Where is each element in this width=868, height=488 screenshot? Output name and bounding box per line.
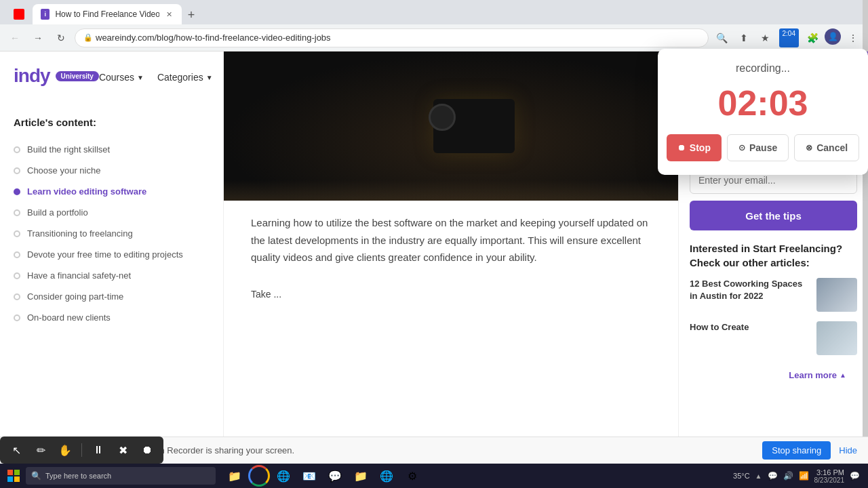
- article-thumb-2: [816, 321, 857, 355]
- svg-rect-0: [7, 470, 13, 475]
- article-thumb-1: [816, 278, 857, 312]
- bullet-icon: [14, 209, 20, 216]
- cancel-recording-button[interactable]: ⊗ Cancel: [794, 134, 859, 161]
- bullet-icon: [14, 167, 20, 174]
- video-content: [224, 52, 678, 201]
- reload-button[interactable]: ↻: [52, 28, 71, 47]
- taskbar-search-bar[interactable]: 🔍 Type here to search: [26, 467, 216, 485]
- article-card-title-2: How to Create: [690, 321, 810, 355]
- nav-courses[interactable]: Courses ▼: [99, 71, 144, 84]
- pause-tool[interactable]: ⏸: [87, 439, 109, 461]
- profile-icon[interactable]: 👤: [825, 28, 841, 45]
- other-articles-title: Interested in Start Freelancing? Check o…: [690, 241, 857, 270]
- bullet-icon: [14, 146, 20, 153]
- share-icon[interactable]: ⬆: [734, 28, 753, 47]
- nav-categories[interactable]: Categories ▼: [157, 71, 213, 84]
- tab-bar: i How to Find Freelance Video Ed... ✕ +: [0, 0, 868, 24]
- taskbar-app-chrome[interactable]: [248, 465, 270, 487]
- partial-text: Take ...: [251, 289, 281, 300]
- search-toolbar-icon[interactable]: 🔍: [713, 28, 732, 47]
- learn-more-link[interactable]: Learn more ▲: [789, 370, 846, 380]
- taskbar-arrow-up: ▲: [755, 472, 762, 480]
- bookmark-icon[interactable]: ★: [756, 28, 775, 47]
- article-content-title: Article's content:: [14, 117, 210, 128]
- main-article: Learning how to utilize the best softwar…: [224, 52, 678, 464]
- svg-rect-2: [7, 476, 13, 482]
- bullet-icon-active: [14, 188, 20, 195]
- svg-rect-1: [14, 470, 20, 475]
- tab-youtube[interactable]: [5, 4, 33, 24]
- recording-controls: ⏺ Stop ⊙ Pause ⊗ Cancel: [671, 134, 854, 161]
- taskbar-clock: 3:16 PM 8/23/2021: [814, 468, 845, 484]
- sidebar: indy University Courses ▼ Categories ▼ 🔍…: [0, 52, 224, 464]
- taskbar-app-6[interactable]: 🌐: [374, 465, 399, 487]
- new-tab-button[interactable]: +: [182, 5, 201, 24]
- sidebar-item-part-time[interactable]: Consider going part-time: [14, 286, 210, 307]
- taskbar-search-text: Type here to search: [45, 472, 111, 480]
- sidebar-item-build-portfolio[interactable]: Build a portfolio: [14, 202, 210, 223]
- right-panel-content: tips straight to your inbox. inbox. Get …: [679, 140, 868, 396]
- taskbar-temperature: 35°C: [733, 472, 750, 480]
- taskbar-notification-icon[interactable]: 💬: [850, 471, 860, 481]
- stop-recording-button[interactable]: ⏺ Stop: [667, 134, 722, 161]
- hide-button[interactable]: Hide: [839, 445, 857, 455]
- toolbar-icons: 🔍 ⬆ ★ 2:04 🧩 👤 ⋮: [713, 28, 863, 47]
- chevron-down-icon: ▼: [137, 74, 144, 81]
- chevron-up-icon: ▲: [840, 371, 846, 379]
- pen-tool[interactable]: ✏: [30, 439, 52, 461]
- taskbar-app-explorer[interactable]: 📁: [222, 465, 247, 487]
- stop-sharing-button[interactable]: Stop sharing: [762, 441, 831, 460]
- taskbar-right: 35°C ▲ 💬 🔊 📶 3:16 PM 8/23/2021 💬: [733, 468, 865, 484]
- taskbar-app-4[interactable]: 💬: [323, 465, 347, 487]
- stop-tool[interactable]: ✖: [112, 439, 134, 461]
- taskbar-icon2: 🔊: [783, 471, 793, 481]
- address-bar[interactable]: 🔒 weareindy.com/blog/how-to-find-freelan…: [75, 28, 709, 47]
- logo-text: indy: [14, 65, 50, 87]
- highlight-tool[interactable]: ✋: [54, 439, 76, 461]
- article-nav-list: Build the right skillset Choose your nic…: [14, 139, 210, 328]
- chevron-down-icon: ▼: [206, 74, 213, 81]
- taskbar-icon1: 💬: [768, 471, 778, 481]
- logo-badge: University: [56, 71, 99, 81]
- taskbar-app-2[interactable]: 🌐: [271, 465, 296, 487]
- extensions-icon[interactable]: 🧩: [803, 28, 822, 47]
- pause-recording-button[interactable]: ⊙ Pause: [727, 134, 789, 161]
- get-tips-button[interactable]: Get the tips: [690, 201, 857, 230]
- menu-icon[interactable]: ⋮: [844, 28, 863, 47]
- sidebar-item-transitioning[interactable]: Transitioning to freelancing: [14, 223, 210, 244]
- article-footer-text: Take ...: [224, 280, 678, 308]
- article-video[interactable]: [224, 52, 678, 201]
- taskbar-app-5[interactable]: 📁: [349, 465, 373, 487]
- cancel-icon: ⊗: [806, 143, 812, 152]
- sidebar-item-choose-niche[interactable]: Choose your niche: [14, 160, 210, 181]
- logo[interactable]: indy University: [14, 65, 99, 87]
- start-button[interactable]: [3, 465, 24, 487]
- taskbar-app-7[interactable]: ⚙: [400, 465, 425, 487]
- tab-close-button[interactable]: ✕: [165, 9, 174, 20]
- article-body: Learning how to utilize the best softwar…: [224, 201, 678, 280]
- forward-button[interactable]: →: [28, 28, 47, 47]
- url-text: weareindy.com/blog/how-to-find-freelance…: [96, 33, 331, 43]
- cursor-tool[interactable]: ↖: [5, 439, 27, 461]
- bullet-icon: [14, 272, 20, 279]
- sidebar-item-onboard[interactable]: On-board new clients: [14, 307, 210, 328]
- back-button[interactable]: ←: [5, 28, 24, 47]
- youtube-favicon: [14, 9, 24, 20]
- article-card-2[interactable]: How to Create: [690, 321, 857, 355]
- article-card-1[interactable]: 12 Best Coworking Spaces in Austin for 2…: [690, 278, 857, 312]
- recording-overlay: recording... 02:03 ⏺ Stop ⊙ Pause ⊗ Canc…: [658, 49, 868, 175]
- email-section: Get the tips: [690, 167, 857, 230]
- nav-links: Courses ▼ Categories ▼ 🔍: [99, 71, 224, 84]
- record-tool[interactable]: ⏺: [136, 439, 158, 461]
- sidebar-item-devote-time[interactable]: Devote your free time to editing project…: [14, 244, 210, 265]
- taskbar-search-icon: 🔍: [31, 471, 41, 481]
- sidebar-item-build-skillset[interactable]: Build the right skillset: [14, 139, 210, 160]
- tab-active[interactable]: i How to Find Freelance Video Ed... ✕: [33, 4, 182, 24]
- sidebar-item-financial-safety[interactable]: Have a financial safety-net: [14, 265, 210, 286]
- tab-favicon: i: [41, 9, 50, 20]
- article-card-title-1: 12 Best Coworking Spaces in Austin for 2…: [690, 278, 810, 312]
- browser-toolbar: ← → ↻ 🔒 weareindy.com/blog/how-to-find-f…: [0, 24, 868, 52]
- taskbar-app-3[interactable]: 📧: [297, 465, 321, 487]
- bullet-icon: [14, 251, 20, 258]
- sidebar-item-learn-software[interactable]: Learn video editing software: [14, 181, 210, 202]
